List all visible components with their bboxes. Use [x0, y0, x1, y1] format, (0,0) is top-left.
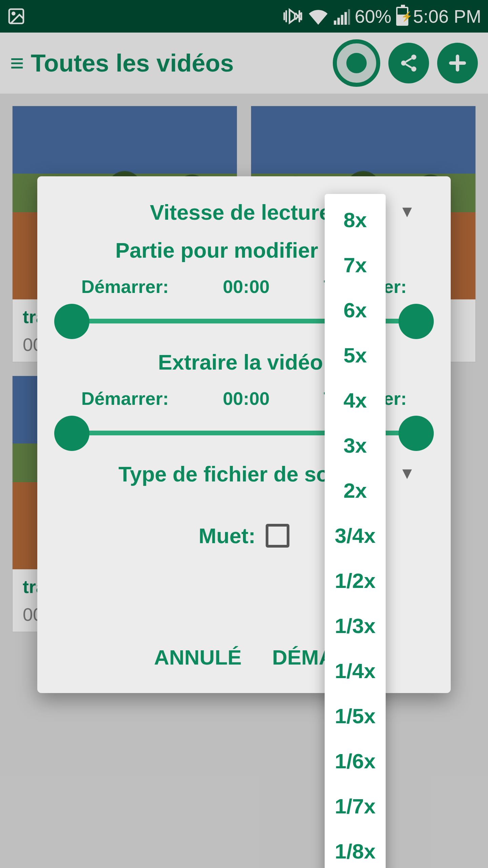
- speed-option[interactable]: 1/4x: [325, 648, 386, 693]
- speed-dropdown-menu: 8x 7x 6x 5x 4x 3x 2x 3/4x 1/2x 1/3x 1/4x…: [325, 194, 386, 868]
- start-label: Démarrer:: [81, 276, 169, 297]
- chevron-down-icon[interactable]: ▼: [399, 464, 415, 482]
- speed-option[interactable]: 8x: [325, 197, 386, 242]
- speed-option[interactable]: 1/5x: [325, 693, 386, 738]
- speed-option[interactable]: 3x: [325, 423, 386, 468]
- speed-option[interactable]: 1/2x: [325, 558, 386, 603]
- cancel-button[interactable]: ANNULÉ: [154, 645, 242, 669]
- start-time-value: 00:00: [223, 388, 269, 409]
- slider-end-thumb[interactable]: [399, 416, 434, 451]
- speed-option[interactable]: 1/3x: [325, 603, 386, 648]
- start-time-value: 00:00: [223, 276, 269, 297]
- export-dialog: Vitesse de lecture: ▼ Partie pour modifi…: [37, 176, 451, 693]
- speed-option[interactable]: 3/4x: [325, 513, 386, 558]
- mute-checkbox[interactable]: [266, 524, 289, 548]
- speed-option[interactable]: 1/6x: [325, 738, 386, 784]
- speed-option[interactable]: 7x: [325, 242, 386, 288]
- speed-option[interactable]: 5x: [325, 333, 386, 378]
- start-label: Démarrer:: [81, 388, 169, 409]
- slider-start-thumb[interactable]: [54, 304, 89, 339]
- speed-option[interactable]: 2x: [325, 468, 386, 513]
- speed-option[interactable]: 4x: [325, 378, 386, 423]
- speed-option[interactable]: 6x: [325, 288, 386, 333]
- mute-label: Muet:: [199, 524, 256, 548]
- speed-option[interactable]: 1/7x: [325, 784, 386, 829]
- slider-end-thumb[interactable]: [399, 304, 434, 339]
- chevron-down-icon[interactable]: ▼: [399, 202, 415, 221]
- slider-start-thumb[interactable]: [54, 416, 89, 451]
- speed-option[interactable]: 1/8x: [325, 829, 386, 868]
